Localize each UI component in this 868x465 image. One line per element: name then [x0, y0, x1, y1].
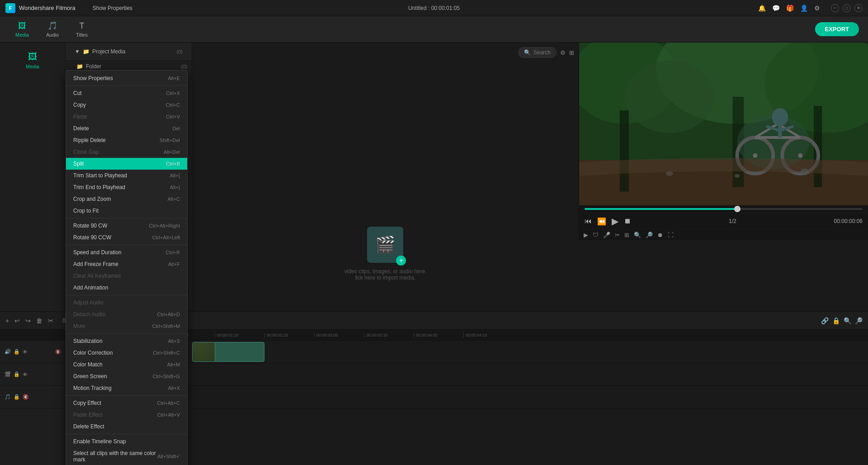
track2-eye[interactable]: 👁	[23, 372, 28, 377]
clip-block-2[interactable]	[192, 342, 264, 362]
ctx-show-properties-shortcut: Alt+E	[168, 76, 180, 81]
play-button[interactable]: ▶	[612, 216, 618, 227]
user-icon[interactable]: 👤	[800, 5, 808, 12]
menu-show-properties[interactable]: Show Properties	[88, 3, 137, 13]
progress-handle[interactable]	[734, 206, 741, 212]
drop-text: video clips, images, or audio here.lick …	[344, 268, 426, 281]
folder-count: (0)	[181, 64, 187, 69]
zoom-in-icon[interactable]: 🔎	[646, 232, 653, 238]
track-label-1: 🔊 🔒 👁 🔇	[0, 341, 65, 363]
render-button[interactable]: ▶	[584, 232, 588, 238]
ctx-trim-end[interactable]: Trim End to Playhead Alt+]	[66, 181, 187, 193]
ctx-crop-zoom[interactable]: Crop and Zoom Alt+C	[66, 193, 187, 205]
ctx-delete[interactable]: Delete Del	[66, 123, 187, 134]
track3-lock[interactable]: 🔒	[14, 394, 20, 400]
ctx-motion-tracking-label: Motion Tracking	[73, 385, 112, 391]
ctx-close-gap: Close Gap Alt+Del	[66, 146, 187, 158]
fullscreen-icon[interactable]: ⛶	[668, 232, 674, 238]
ctx-green-screen-shortcut: Ctrl+Shift+G	[152, 374, 180, 379]
track1-lock[interactable]: 🔒	[14, 349, 20, 355]
sidebar-item-media[interactable]: 🖼 Media	[0, 46, 65, 75]
ctx-cut-shortcut: Ctrl+X	[166, 90, 180, 96]
delete-button[interactable]: 🗑	[36, 317, 42, 324]
ctx-crop-fit[interactable]: Crop to Fit	[66, 205, 187, 217]
ctx-timeline-snap[interactable]: Enable Timeline Snap	[66, 436, 187, 447]
tab-titles[interactable]: T Titles	[70, 19, 94, 40]
zoom-timeline-in[interactable]: 🔍	[844, 317, 851, 324]
maximize-button[interactable]: □	[843, 4, 851, 12]
add-track-button[interactable]: +	[5, 317, 9, 324]
ctx-motion-tracking[interactable]: Motion Tracking Alt+X	[66, 382, 187, 394]
preview-timecode: 00:00:00:06	[834, 218, 863, 224]
ctx-crop-zoom-shortcut: Alt+C	[168, 196, 180, 202]
ctx-select-color-mark[interactable]: Select all clips with the same color mar…	[66, 447, 187, 465]
track1-eye[interactable]: 👁	[23, 349, 28, 355]
ctx-speed-duration[interactable]: Speed and Duration Ctrl+R	[66, 247, 187, 258]
scissors-icon[interactable]: ✂	[615, 232, 620, 238]
settings-icon[interactable]: ⚙	[814, 5, 820, 12]
track1-mute[interactable]: 🔇	[55, 349, 61, 354]
ctx-clear-keyframes-label: Clear All Keyframes	[73, 273, 121, 279]
grid-view-icon[interactable]: ⊞	[569, 49, 574, 56]
main-toolbar: 🖼 Media 🎵 Audio T Titles EXPORT	[0, 16, 868, 43]
ctx-rotate-ccw[interactable]: Rotate 90 CCW Ctrl+Alt+Left	[66, 232, 187, 243]
mic-icon[interactable]: 🎤	[603, 232, 610, 238]
ctx-paste-effect-shortcut: Ctrl+Alt+V	[157, 412, 180, 418]
ctx-sep-5	[66, 333, 187, 334]
skip-back-button[interactable]: ⏮	[585, 217, 592, 225]
ctx-stabilization[interactable]: Stabilization Alt+S	[66, 335, 187, 347]
ctx-rotate-cw-shortcut: Ctrl+Alt+Right	[149, 223, 180, 228]
close-button[interactable]: ✕	[854, 4, 863, 12]
redo-button[interactable]: ↪	[25, 317, 31, 324]
filter-icon[interactable]: ⚙	[560, 49, 566, 56]
zoom-timeline-out[interactable]: 🔎	[855, 317, 863, 324]
context-menu: Show Properties Alt+E Cut Ctrl+X Copy Ct…	[66, 70, 188, 465]
step-back-button[interactable]: ⏪	[597, 217, 606, 226]
track2-lock[interactable]: 🔒	[14, 371, 20, 377]
svg-point-23	[734, 174, 740, 178]
ctx-copy[interactable]: Copy Ctrl+C	[66, 99, 187, 111]
progress-container[interactable]	[585, 208, 863, 210]
ctx-cut[interactable]: Cut Ctrl+X	[66, 87, 187, 99]
ctx-copy-effect-label: Copy Effect	[73, 400, 101, 406]
project-media-item[interactable]: ▼ 📁 Project Media (0)	[70, 46, 187, 57]
magnet-button[interactable]: 🔗	[821, 317, 829, 324]
ctx-clear-keyframes: Clear All Keyframes	[66, 270, 187, 282]
zoom-out-icon[interactable]: 🔍	[634, 232, 641, 238]
shield-icon[interactable]: 🛡	[593, 232, 599, 238]
ctx-add-freeze[interactable]: Add Freeze Frame Alt+F	[66, 258, 187, 270]
minimize-button[interactable]: ─	[831, 4, 839, 12]
ctx-add-freeze-shortcut: Alt+F	[168, 261, 180, 267]
ctx-trim-start-shortcut: Alt+[	[170, 173, 180, 178]
ctx-delete-label: Delete	[73, 125, 89, 132]
ctx-green-screen[interactable]: Green Screen Ctrl+Shift+G	[66, 370, 187, 382]
tab-audio[interactable]: 🎵 Audio	[40, 18, 65, 40]
ctx-trim-start[interactable]: Trim Start to Playhead Alt+[	[66, 170, 187, 181]
search-box[interactable]: 🔍 Search	[518, 47, 557, 58]
gift-icon[interactable]: 🎁	[786, 5, 794, 12]
track3-mute[interactable]: 🔇	[23, 394, 29, 400]
tab-media[interactable]: 🖼 Media	[9, 19, 35, 40]
ctx-rotate-cw[interactable]: Rotate 90 CW Ctrl+Alt+Right	[66, 220, 187, 232]
stop-button[interactable]: ⏹	[624, 217, 631, 225]
notification-icon[interactable]: 🔔	[758, 5, 766, 12]
ctx-copy-effect[interactable]: Copy Effect Ctrl+Alt+C	[66, 397, 187, 409]
ctx-split[interactable]: Split Ctrl+B	[66, 158, 187, 170]
track-label-2: 🎬 🔒 👁	[0, 363, 65, 386]
preview-video	[579, 43, 868, 205]
lock-button[interactable]: 🔒	[832, 317, 840, 324]
titlebar-right: 🔔 💬 🎁 👤 ⚙ ─ □ ✕	[758, 4, 863, 12]
ctx-add-animation[interactable]: Add Animation	[66, 282, 187, 294]
split-button[interactable]: ✂	[48, 317, 53, 324]
resize-icon[interactable]: ⊞	[624, 232, 629, 238]
undo-button[interactable]: ↩	[14, 317, 20, 324]
record-icon[interactable]: ⏺	[657, 232, 663, 238]
ctx-delete-effect[interactable]: Delete Effect	[66, 421, 187, 432]
ctx-ripple-delete[interactable]: Ripple Delete Shift+Del	[66, 134, 187, 146]
chat-icon[interactable]: 💬	[772, 5, 780, 12]
ctx-show-properties[interactable]: Show Properties Alt+E	[66, 72, 187, 84]
ctx-color-match[interactable]: Color Match Alt+M	[66, 359, 187, 370]
ctx-select-color-mark-shortcut: Alt+Shift+'	[157, 454, 180, 459]
ctx-color-correction[interactable]: Color Correction Ctrl+Shift+C	[66, 347, 187, 359]
export-button[interactable]: EXPORT	[815, 22, 859, 36]
